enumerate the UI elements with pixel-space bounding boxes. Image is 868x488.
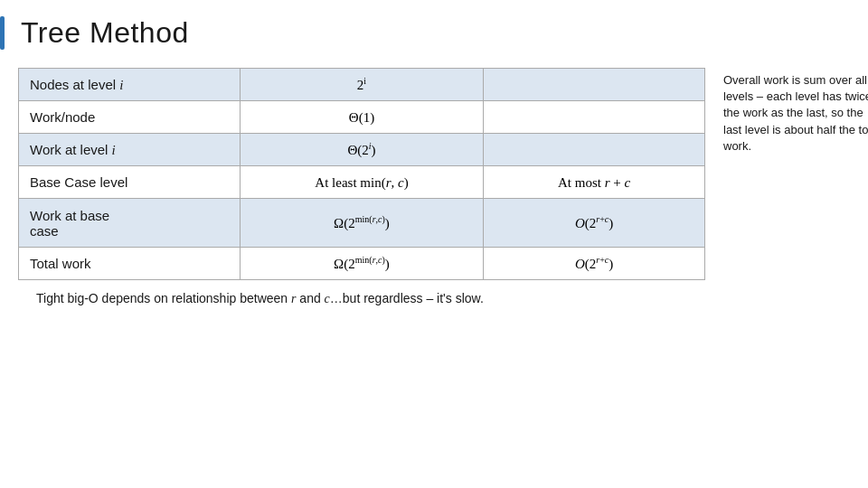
cell-worklevel-col3 [484,134,705,166]
totalwork-col2-formula: Ω(2min(r,c)) [334,257,390,271]
cell-workbase-col3: O(2r+c) [484,199,705,248]
cell-workbase-col2: Ω(2min(r,c)) [240,199,483,248]
workbase-col3-formula: O(2r+c) [575,216,613,230]
cell-worklevel-col2: Θ(2i) [240,134,483,166]
cell-workbase-label: Work at basecase [19,199,241,248]
workbase-col2-formula: Ω(2min(r,c)) [334,216,390,230]
cell-basecase-label: Base Case level [19,166,241,199]
nodes-formula: 2i [357,78,366,92]
basecase-col3-formula: At most r + c [558,175,630,190]
title-accent [0,16,5,50]
table-row: Work at basecase Ω(2min(r,c)) O(2r+c) [19,199,705,248]
table-row: Work/node Θ(1) [19,101,705,134]
cell-worklevel-label: Work at level i [19,134,241,166]
totalwork-col3-formula: O(2r+c) [575,257,613,271]
cell-nodes-label-italic: i [119,78,123,92]
main-table: Nodes at level i 2i Work/node Θ(1) [18,68,705,280]
page-container: Tree Method Nodes at level i 2i Work/nod… [0,0,868,488]
cell-nodes-col2: 2i [240,69,483,101]
cell-basecase-col2: At least min(r, c) [240,166,483,199]
cell-worklevel-italic: i [112,143,116,157]
cell-basecase-col3: At most r + c [484,166,705,199]
worklevel-formula: Θ(2i) [347,143,375,157]
table-row: Work at level i Θ(2i) [19,134,705,166]
cell-worknode-label: Work/node [19,101,241,134]
page-title: Tree Method [21,16,189,50]
side-note: Overall work is sum over all levels – ea… [723,68,868,306]
title-bar: Tree Method [0,0,868,59]
cell-totalwork-col2: Ω(2min(r,c)) [240,248,483,280]
basecase-col2-formula: At least min(r, c) [315,175,408,190]
cell-totalwork-col3: O(2r+c) [484,248,705,280]
table-row: Nodes at level i 2i [19,69,705,101]
worknode-formula: Θ(1) [349,110,374,125]
cell-totalwork-label: Total work [19,248,241,280]
content-area: Nodes at level i 2i Work/node Θ(1) [0,68,868,306]
cell-worknode-col2: Θ(1) [240,101,483,134]
bottom-note-text: Tight big-O depends on relationship betw… [36,291,484,305]
cell-worknode-col3 [484,101,705,134]
bottom-note: Tight big-O depends on relationship betw… [18,291,705,306]
table-row: Base Case level At least min(r, c) At mo… [19,166,705,199]
table-section: Nodes at level i 2i Work/node Θ(1) [18,68,705,306]
cell-nodes-label: Nodes at level i [19,69,241,101]
cell-nodes-col3 [484,69,705,101]
table-row: Total work Ω(2min(r,c)) O(2r+c) [19,248,705,280]
